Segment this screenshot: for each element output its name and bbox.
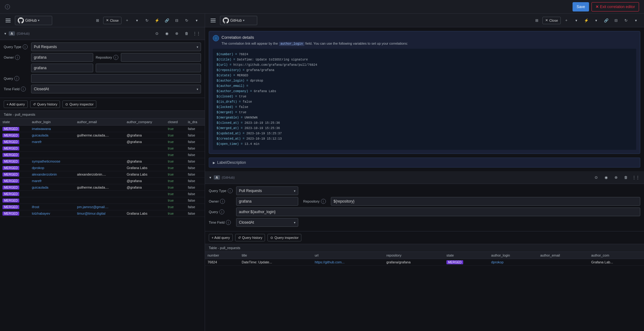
table-row[interactable]: MERGEDmarefr@grafanatruefalse	[0, 139, 205, 145]
query-info-icon[interactable]: i	[14, 76, 19, 81]
time-field-select[interactable]: ClosedAt ▾	[31, 85, 201, 93]
right-timer-chevron[interactable]: ▾	[592, 16, 601, 25]
table-row[interactable]: MERGEDguicauladaguilherme.caulada....@gr…	[0, 132, 205, 139]
right-section-drag-icon[interactable]: ⋮⋮	[632, 173, 640, 182]
section-drag-icon[interactable]: ⋮⋮	[192, 29, 201, 38]
table-cell: marefr	[30, 139, 75, 145]
table-row[interactable]: MERGEDimatwawanatruefalse	[0, 126, 205, 132]
right-query-label: Query i	[209, 209, 234, 214]
exit-correlation-editor-button[interactable]: ✕ Exit correlation editor	[591, 2, 639, 11]
right-link-icon[interactable]: 🔗	[602, 16, 610, 25]
info-icon[interactable]: i	[5, 4, 10, 9]
right-add-chevron[interactable]: ▾	[572, 16, 581, 25]
section-subtitle: (GitHub)	[17, 32, 30, 35]
right-add-icon[interactable]: ＋	[562, 16, 571, 25]
table-row[interactable]: MERGEDifrostpm.jamroz@gmail....truefalse	[0, 204, 205, 210]
table-cell: alexanderzobnin	[30, 171, 75, 178]
time-field-info-icon[interactable]: i	[21, 87, 26, 92]
table-row[interactable]: MERGEDmarefr@grafanatruefalse	[0, 178, 205, 184]
repository-value-input[interactable]	[96, 64, 201, 72]
label-chevron: ▶	[213, 161, 215, 164]
section-lock-icon[interactable]: ⊗	[172, 29, 181, 38]
right-time-field-select[interactable]: ClosedAt ▾	[236, 218, 298, 227]
right-section-eye-icon[interactable]: ⊙	[592, 173, 601, 182]
right-collapse-icon[interactable]: ▼	[209, 176, 212, 179]
right-owner-input[interactable]	[236, 197, 298, 206]
right-view-icon[interactable]: ⊞	[532, 16, 541, 25]
table-row[interactable]: MERGEDguicauladaguilherme.caulada....@gr…	[0, 184, 205, 191]
table-row[interactable]: MERGEDtruefalse	[0, 152, 205, 158]
table-row[interactable]: MERGEDtruefalse	[0, 197, 205, 204]
right-time-field-info[interactable]: i	[226, 220, 231, 225]
zoom-icon[interactable]: ⊟	[172, 16, 181, 25]
right-panel-menu-icon[interactable]	[209, 16, 217, 25]
right-refresh-icon[interactable]: ↻	[622, 16, 630, 25]
right-datasource-select[interactable]: GitHub ▾	[220, 16, 257, 25]
view-icon-btn[interactable]: ⊞	[93, 16, 102, 25]
table-row[interactable]: MERGEDdprokopGrafana Labstruefalse	[0, 165, 205, 171]
table-cell: tolzhabayev	[30, 210, 75, 217]
right-timer-icon[interactable]: ⚡	[582, 16, 591, 25]
left-table-container[interactable]: state author_login author_email author_c…	[0, 119, 205, 331]
add-query-button-right[interactable]: + Add query	[209, 234, 233, 241]
col-author-company: author_company	[124, 119, 165, 126]
more-icon[interactable]: ▾	[192, 16, 201, 25]
table-cell: marefr	[30, 178, 75, 184]
link-icon[interactable]: 🔗	[162, 16, 171, 25]
section-eye-icon[interactable]: ◉	[162, 29, 171, 38]
query-inspector-button-left[interactable]: ⊙ Query inspector	[62, 101, 96, 108]
table-row[interactable]: 76824DateTime: Update...https://github.c…	[205, 259, 644, 266]
left-datasource-select[interactable]: GitHub ▾	[15, 16, 52, 25]
right-query-info[interactable]: i	[219, 209, 224, 214]
table-row[interactable]: MERGEDalexanderzobninalexanderzobnin....…	[0, 171, 205, 178]
table-cell: @grafana	[124, 132, 165, 139]
add-query-button-left[interactable]: + Add query	[4, 101, 28, 108]
save-button[interactable]: Save	[573, 2, 589, 11]
repo-info-icon-left[interactable]: i	[113, 55, 118, 60]
right-close-button[interactable]: ✕ Close	[542, 17, 561, 24]
refresh-icon[interactable]: ↻	[143, 16, 151, 25]
table-cell: pm.jamroz@gmail....	[75, 204, 124, 210]
query-inspector-button-right[interactable]: ⊙ Query inspector	[267, 234, 301, 241]
add-panel-icon[interactable]: ＋	[123, 16, 131, 25]
collapse-icon[interactable]: ▼	[4, 32, 7, 35]
label-section[interactable]: ▶ Label/Description	[209, 158, 640, 168]
table-row[interactable]: MERGEDtruefalse	[0, 145, 205, 152]
right-section-copy-icon[interactable]: ◉	[602, 173, 610, 182]
auto-refresh-icon[interactable]: ↻	[182, 16, 191, 25]
left-panel-menu-icon[interactable]	[4, 16, 12, 25]
section-delete-icon[interactable]: 🗑	[182, 29, 191, 38]
owner-value-input[interactable]	[31, 64, 93, 72]
owner-info-icon[interactable]: i	[15, 55, 20, 60]
right-section-lock-icon[interactable]: ⊗	[612, 173, 620, 182]
table-row[interactable]: MERGEDtruefalse	[0, 191, 205, 197]
query-type-info-icon[interactable]: i	[23, 44, 28, 49]
right-more-icon[interactable]: ▾	[632, 16, 640, 25]
section-copy-icon[interactable]: ⊙	[153, 29, 161, 38]
left-close-button[interactable]: ✕ Close	[103, 17, 121, 24]
right-owner-info[interactable]: i	[220, 199, 225, 204]
query-input[interactable]	[31, 74, 201, 83]
right-repo-input[interactable]	[331, 197, 640, 206]
owner-input[interactable]	[31, 53, 93, 62]
right-repo-info[interactable]: i	[321, 199, 326, 204]
table-cell: MERGED	[0, 204, 30, 210]
right-query-type-row: Query Type i Pull Requests ▾	[209, 186, 640, 195]
timer-icon[interactable]: ⚡	[153, 16, 161, 25]
right-section-delete-icon[interactable]: 🗑	[622, 173, 630, 182]
table-row[interactable]: MERGEDsympatheticmoose@grafanatruefalse	[0, 158, 205, 165]
right-query-type-select[interactable]: Pull Requests ▾	[236, 186, 298, 195]
query-history-button-right[interactable]: ↺ Query history	[235, 234, 265, 241]
right-zoom-icon[interactable]: ⊟	[612, 16, 620, 25]
right-query-type-info[interactable]: i	[228, 188, 233, 193]
table-row[interactable]: MERGEDtolzhabayevtimur@timur.digitalGraf…	[0, 210, 205, 217]
table-cell: false	[185, 132, 205, 139]
repository-input-left[interactable]	[121, 53, 201, 62]
right-table-container[interactable]: number title url repository state author…	[205, 252, 644, 331]
right-query-input[interactable]	[236, 208, 640, 216]
add-chevron-icon[interactable]: ▾	[133, 16, 141, 25]
table-cell: true	[165, 171, 185, 178]
table-cell: ifrost	[30, 204, 75, 210]
query-history-button-left[interactable]: ↺ Query history	[30, 101, 60, 108]
query-type-select[interactable]: Pull Requests ▾	[31, 42, 201, 51]
